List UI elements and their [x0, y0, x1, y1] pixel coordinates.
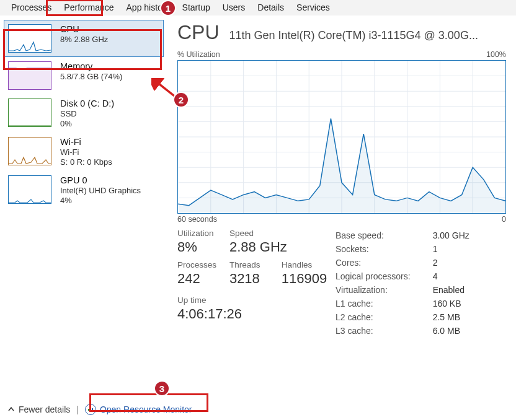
- cpu-panel: CPU 11th Gen Intel(R) Core(TM) i3-1115G4…: [167, 16, 516, 387]
- tab-bar: Processes Performance App history Startu…: [0, 0, 516, 16]
- spec-row: Cores:2: [336, 256, 474, 269]
- chart-bottom-left: 60 seconds: [177, 215, 217, 224]
- tab-performance[interactable]: Performance: [58, 0, 120, 15]
- tab-app-history[interactable]: App history: [120, 0, 176, 15]
- handles-value: 116909: [282, 271, 331, 287]
- speed-label: Speed: [229, 229, 285, 238]
- spec-row: L1 cache:160 KB: [336, 297, 474, 310]
- spec-value: 160 KB: [416, 297, 474, 310]
- open-resource-monitor-label: Open Resource Monitor: [100, 405, 192, 414]
- spec-row: L2 cache:2.5 MB: [336, 310, 474, 324]
- spec-value: 4: [416, 269, 474, 283]
- spec-row: Base speed:3.00 GHz: [336, 229, 474, 242]
- tab-services[interactable]: Services: [290, 0, 336, 15]
- spec-key: Virtualization:: [336, 283, 416, 297]
- disk-thumb: [8, 98, 51, 127]
- wifi-thumb: [8, 137, 51, 165]
- sidebar-item-disk0[interactable]: Disk 0 (C: D:) SSD 0%: [4, 94, 164, 133]
- spec-key: Base speed:: [336, 229, 416, 242]
- cpu-thumb: [8, 24, 51, 53]
- tab-details[interactable]: Details: [251, 0, 290, 15]
- memory-sub: 5.8/7.8 GB (74%): [60, 72, 122, 81]
- wifi-sub2: S: 0 R: 0 Kbps: [60, 157, 112, 167]
- cpu-specs-table: Base speed:3.00 GHzSockets:1Cores:2Logic…: [336, 229, 506, 338]
- chart-bottom-right: 0: [502, 215, 506, 224]
- processes-value: 242: [177, 271, 227, 287]
- gpu-thumb: [8, 175, 51, 204]
- tab-startup[interactable]: Startup: [176, 0, 216, 15]
- chart-top-right: 100%: [486, 50, 506, 59]
- gpu-sub2: 4%: [60, 196, 141, 205]
- memory-title: Memory: [60, 61, 122, 71]
- performance-sidebar: CPU 8% 2.88 GHz Memory 5.8/7.8 GB (74%) …: [0, 16, 167, 387]
- sidebar-item-cpu[interactable]: CPU 8% 2.88 GHz: [4, 20, 164, 57]
- disk-sub1: SSD: [60, 109, 114, 118]
- cpu-title: CPU: [60, 24, 108, 34]
- spec-key: L2 cache:: [336, 310, 416, 324]
- uptime-value: 4:06:17:26: [177, 306, 336, 322]
- tab-processes[interactable]: Processes: [5, 0, 58, 15]
- footer-bar: Fewer details | Open Resource Monitor: [7, 404, 192, 415]
- sidebar-item-wifi[interactable]: Wi-Fi Wi-Fi S: 0 R: 0 Kbps: [4, 133, 164, 171]
- gpu-sub1: Intel(R) UHD Graphics: [60, 186, 141, 195]
- processes-label: Processes: [177, 260, 227, 269]
- resource-monitor-icon: [85, 404, 96, 415]
- threads-value: 3218: [229, 271, 279, 287]
- disk-title: Disk 0 (C: D:): [60, 98, 114, 108]
- spec-value: 6.0 MB: [416, 324, 474, 338]
- cpu-utilization-chart: [177, 60, 506, 214]
- uptime-label: Up time: [177, 295, 336, 305]
- gpu-title: GPU 0: [60, 175, 141, 185]
- spec-value: 1: [416, 242, 474, 256]
- disk-sub2: 0%: [60, 119, 114, 128]
- spec-key: Cores:: [336, 256, 416, 269]
- handles-label: Handles: [282, 260, 331, 269]
- speed-value: 2.88 GHz: [229, 239, 285, 255]
- chevron-up-icon[interactable]: [7, 405, 15, 414]
- wifi-title: Wi-Fi: [60, 137, 112, 147]
- separator: |: [76, 405, 79, 414]
- spec-value: 3.00 GHz: [416, 229, 474, 242]
- spec-row: Virtualization:Enabled: [336, 283, 474, 297]
- spec-row: Logical processors:4: [336, 269, 474, 283]
- spec-key: Logical processors:: [336, 269, 416, 283]
- spec-row: Sockets:1: [336, 242, 474, 256]
- panel-subtitle: 11th Gen Intel(R) Core(TM) i3-1115G4 @ 3…: [229, 29, 478, 42]
- spec-value: Enabled: [416, 283, 474, 297]
- svg-rect-0: [9, 68, 51, 89]
- fewer-details-link[interactable]: Fewer details: [19, 405, 70, 414]
- sidebar-item-gpu[interactable]: GPU 0 Intel(R) UHD Graphics 4%: [4, 171, 164, 209]
- spec-key: Sockets:: [336, 242, 416, 256]
- spec-value: 2: [416, 256, 474, 269]
- cpu-stats-block: Utilization 8% Speed 2.88 GHz Processes …: [177, 229, 336, 338]
- sidebar-item-memory[interactable]: Memory 5.8/7.8 GB (74%): [4, 57, 164, 94]
- wifi-sub1: Wi-Fi: [60, 147, 112, 157]
- threads-label: Threads: [229, 260, 279, 269]
- spec-row: L3 cache:6.0 MB: [336, 324, 474, 338]
- spec-key: L1 cache:: [336, 297, 416, 310]
- chart-top-left: % Utilization: [177, 50, 220, 59]
- spec-value: 2.5 MB: [416, 310, 474, 324]
- cpu-sub: 8% 2.88 GHz: [60, 35, 108, 44]
- utilization-label: Utilization: [177, 229, 227, 238]
- open-resource-monitor-link[interactable]: Open Resource Monitor: [85, 404, 192, 415]
- panel-title: CPU: [177, 21, 220, 44]
- memory-thumb: [8, 61, 51, 90]
- spec-key: L3 cache:: [336, 324, 416, 338]
- tab-users[interactable]: Users: [216, 0, 252, 15]
- utilization-value: 8%: [177, 239, 227, 255]
